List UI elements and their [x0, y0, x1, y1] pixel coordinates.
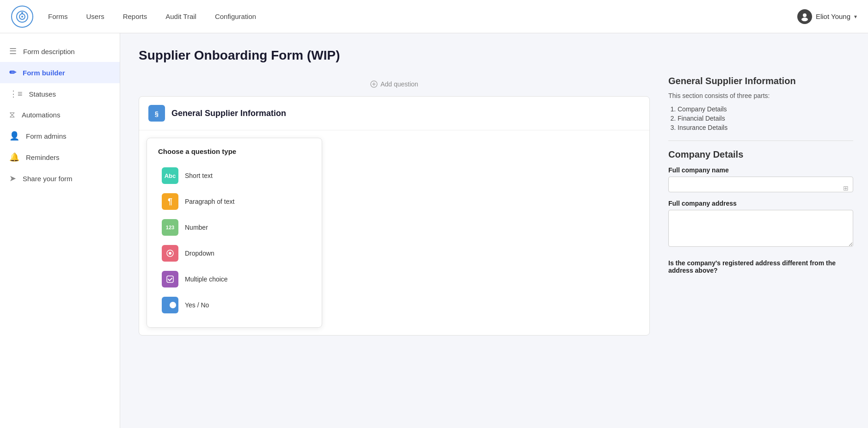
full-company-address-input[interactable]: [668, 210, 853, 247]
qtype-multiple-choice[interactable]: Multiple choice: [158, 266, 311, 292]
full-company-name-label: Full company name: [668, 166, 853, 174]
user-name: Eliot Young: [816, 12, 850, 20]
app-body: ☰ Form description ✏ Form builder ⋮≡ Sta…: [0, 33, 868, 428]
sidebar-item-statuses[interactable]: ⋮≡ Statuses: [0, 83, 120, 104]
nav-users[interactable]: Users: [86, 11, 104, 22]
add-question-label: Add question: [380, 80, 418, 88]
right-panel: General Supplier Information This sectio…: [668, 76, 853, 274]
statuses-icon: ⋮≡: [9, 89, 23, 99]
form-description-icon: ☰: [9, 46, 17, 56]
nav-links: Forms Users Reports Audit Trail Configur…: [48, 11, 797, 22]
multiple-choice-label: Multiple choice: [185, 275, 228, 283]
reminders-icon: 🔔: [9, 152, 19, 162]
list-item: Insurance Details: [678, 124, 853, 131]
user-avatar-icon: [797, 9, 812, 24]
dropdown-icon: [162, 245, 178, 262]
builder-wrapper: Add question § General Supplier Informat…: [139, 76, 853, 336]
add-question-bar: Add question: [139, 76, 650, 92]
number-icon: 123: [162, 219, 178, 236]
qtype-dropdown[interactable]: Dropdown: [158, 240, 311, 266]
plus-circle-icon: [370, 80, 378, 88]
chevron-down-icon: ▾: [854, 13, 857, 20]
short-text-label: Short text: [185, 172, 213, 179]
number-label: Number: [185, 224, 208, 231]
sidebar-item-share[interactable]: ➤ Share your form: [0, 168, 120, 189]
qtype-yes-no[interactable]: Yes / No: [158, 292, 311, 318]
svg-point-4: [803, 13, 807, 17]
sidebar-item-form-description[interactable]: ☰ Form description: [0, 41, 120, 62]
sidebar-label-statuses: Statuses: [29, 90, 56, 98]
company-section-title: Company Details: [668, 149, 853, 160]
sidebar-label-form-description: Form description: [23, 48, 75, 55]
paragraph-label: Paragraph of text: [185, 198, 234, 205]
sidebar-label-automations: Automations: [22, 111, 60, 119]
nav-configuration[interactable]: Configuration: [215, 11, 256, 22]
user-menu[interactable]: Eliot Young ▾: [797, 9, 857, 24]
top-nav: Forms Users Reports Audit Trail Configur…: [0, 0, 868, 33]
nav-reports[interactable]: Reports: [123, 11, 147, 22]
page-title: Supplier Onboarding Form (WIP): [139, 48, 853, 63]
share-icon: ➤: [9, 173, 16, 183]
nav-forms[interactable]: Forms: [48, 11, 68, 22]
right-panel-parts-list: Company Details Financial Details Insura…: [668, 105, 853, 131]
section-icon: §: [148, 105, 165, 122]
right-panel-description: This section consists of three parts:: [668, 91, 853, 101]
input-icon: ⊞: [843, 184, 849, 192]
sidebar-label-form-builder: Form builder: [23, 69, 65, 77]
divider: [668, 141, 853, 141]
form-builder-icon: ✏: [9, 67, 16, 78]
sidebar-label-form-admins: Form admins: [26, 132, 67, 140]
logo[interactable]: [11, 6, 33, 28]
dropdown-title: Choose a question type: [158, 147, 311, 155]
short-text-icon: Abc: [162, 167, 178, 184]
sidebar-item-reminders[interactable]: 🔔 Reminders: [0, 147, 120, 168]
qtype-short-text[interactable]: Abc Short text: [158, 163, 311, 189]
automations-icon: ⧖: [9, 110, 15, 120]
list-item: Financial Details: [678, 115, 853, 122]
form-admins-icon: 👤: [9, 131, 19, 141]
multiple-choice-icon: [162, 271, 178, 287]
qtype-paragraph[interactable]: ¶ Paragraph of text: [158, 189, 311, 214]
yes-no-icon: [162, 297, 178, 313]
section-card: § General Supplier Information Choose a …: [139, 96, 650, 336]
sidebar-item-form-builder[interactable]: ✏ Form builder: [0, 62, 120, 83]
right-panel-title: General Supplier Information: [668, 76, 853, 86]
yes-no-label: Yes / No: [185, 301, 209, 309]
sidebar-item-automations[interactable]: ⧖ Automations: [0, 104, 120, 125]
list-item: Company Details: [678, 105, 853, 113]
svg-point-8: [169, 252, 171, 255]
paragraph-icon: ¶: [162, 193, 178, 210]
main-content: Supplier Onboarding Form (WIP) Add quest…: [120, 33, 868, 428]
sidebar-item-form-admins[interactable]: 👤 Form admins: [0, 125, 120, 147]
full-company-address-label: Full company address: [668, 200, 853, 207]
logo-icon: [11, 6, 33, 28]
registered-address-question: Is the company's registered address diff…: [668, 259, 853, 274]
full-company-name-input[interactable]: [668, 177, 853, 192]
sidebar-label-share: Share your form: [23, 175, 73, 183]
section-header: § General Supplier Information: [139, 97, 649, 130]
svg-point-2: [21, 16, 23, 18]
svg-point-5: [801, 18, 808, 21]
builder-left: Add question § General Supplier Informat…: [139, 76, 650, 336]
section-title: General Supplier Information: [171, 109, 286, 118]
add-question-button[interactable]: Add question: [370, 80, 418, 88]
question-type-dropdown: Choose a question type Abc Short text ¶ …: [147, 138, 322, 328]
nav-audit-trail[interactable]: Audit Trail: [165, 11, 196, 22]
svg-point-3: [21, 12, 23, 14]
qtype-number[interactable]: 123 Number: [158, 214, 311, 240]
dropdown-label: Dropdown: [185, 250, 214, 257]
sidebar: ☰ Form description ✏ Form builder ⋮≡ Sta…: [0, 33, 120, 428]
sidebar-label-reminders: Reminders: [26, 153, 60, 161]
